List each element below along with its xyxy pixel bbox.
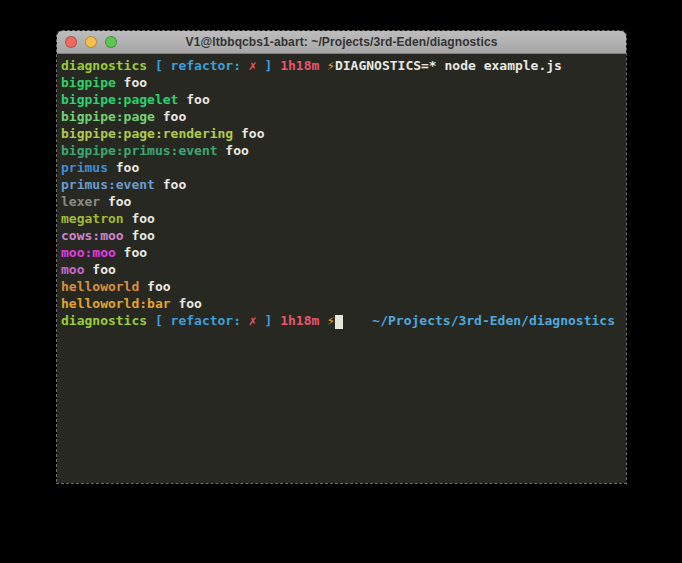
line-content: cows:moo foo [61, 227, 155, 244]
line-content: moo:moo foo [61, 244, 147, 261]
terminal-line: primus:event foo [61, 176, 615, 193]
terminal-line: moo foo [61, 261, 615, 278]
line-content: megatron foo [61, 210, 155, 227]
line-content: primus foo [61, 159, 139, 176]
debug-namespace: moo [61, 262, 84, 277]
debug-message: foo [124, 228, 155, 243]
debug-namespace: megatron [61, 211, 124, 226]
debug-message: foo [178, 92, 209, 107]
prompt-dirty-flag: ✗ [249, 313, 257, 328]
debug-message: foo [100, 194, 131, 209]
debug-namespace: bigpipe [61, 75, 116, 90]
debug-namespace: cows:moo [61, 228, 124, 243]
terminal-line: helloworld foo [61, 278, 615, 295]
debug-namespace: primus:event [61, 177, 155, 192]
debug-namespace: helloworld [61, 279, 139, 294]
terminal-window: V1@ltbbqcbs1-abart: ~/Projects/3rd-Eden/… [57, 31, 626, 483]
debug-namespace: helloworld:bar [61, 296, 171, 311]
terminal-line: bigpipe:page foo [61, 108, 615, 125]
line-content: primus:event foo [61, 176, 186, 193]
window-title: V1@ltbbqcbs1-abart: ~/Projects/3rd-Eden/… [57, 35, 626, 49]
traffic-lights [65, 31, 117, 53]
debug-namespace: bigpipe:page:rendering [61, 126, 233, 141]
prompt-project: diagnostics [61, 58, 147, 73]
line-content: helloworld foo [61, 278, 171, 295]
zoom-button[interactable] [105, 36, 117, 48]
debug-message: foo [108, 160, 139, 175]
debug-message: foo [124, 211, 155, 226]
text-cursor [335, 315, 343, 329]
terminal-line: bigpipe:page:rendering foo [61, 125, 615, 142]
debug-namespace: lexer [61, 194, 100, 209]
terminal-line: cows:moo foo [61, 227, 615, 244]
debug-namespace: bigpipe:pagelet [61, 92, 178, 107]
prompt-duration: 1h18m [272, 313, 319, 328]
prompt-branch: ] [257, 313, 273, 328]
debug-message: foo [155, 177, 186, 192]
terminal-screen[interactable]: diagnostics [ refactor: ✗ ] 1h18m ⚡DIAGN… [57, 54, 626, 483]
terminal-line: bigpipe:primus:event foo [61, 142, 615, 159]
line-content: helloworld:bar foo [61, 295, 202, 312]
terminal-line: diagnostics [ refactor: ✗ ] 1h18m ⚡~/Pro… [61, 312, 615, 329]
desktop-background: V1@ltbbqcbs1-abart: ~/Projects/3rd-Eden/… [0, 0, 682, 563]
lightning-icon: ⚡ [319, 58, 335, 73]
debug-message: foo [116, 75, 147, 90]
debug-namespace: bigpipe:page [61, 109, 155, 124]
prompt-branch: ] [257, 58, 273, 73]
debug-message: foo [233, 126, 264, 141]
lightning-icon: ⚡ [319, 313, 335, 328]
line-content: diagnostics [ refactor: ✗ ] 1h18m ⚡DIAGN… [61, 57, 562, 74]
line-content: bigpipe:pagelet foo [61, 91, 210, 108]
prompt-branch: [ refactor: [147, 313, 249, 328]
line-content: lexer foo [61, 193, 131, 210]
debug-message: foo [218, 143, 249, 158]
prompt-dirty-flag: ✗ [249, 58, 257, 73]
command-text: DIAGNOSTICS=* node example.js [335, 58, 562, 73]
terminal-line: bigpipe:pagelet foo [61, 91, 615, 108]
close-button[interactable] [65, 36, 77, 48]
terminal-line: helloworld:bar foo [61, 295, 615, 312]
minimize-button[interactable] [85, 36, 97, 48]
terminal-line: primus foo [61, 159, 615, 176]
line-content: bigpipe:primus:event foo [61, 142, 249, 159]
line-content: diagnostics [ refactor: ✗ ] 1h18m ⚡ [61, 312, 343, 329]
prompt-project: diagnostics [61, 313, 147, 328]
line-content: moo foo [61, 261, 116, 278]
line-content: bigpipe:page:rendering foo [61, 125, 265, 142]
debug-namespace: moo:moo [61, 245, 116, 260]
cwd-path: ~/Projects/3rd-Eden/diagnostics [372, 312, 615, 329]
debug-message: foo [116, 245, 147, 260]
terminal-line: diagnostics [ refactor: ✗ ] 1h18m ⚡DIAGN… [61, 57, 615, 74]
debug-message: foo [171, 296, 202, 311]
debug-namespace: primus [61, 160, 108, 175]
terminal-line: moo:moo foo [61, 244, 615, 261]
terminal-line: lexer foo [61, 193, 615, 210]
prompt-duration: 1h18m [272, 58, 319, 73]
line-content: bigpipe:page foo [61, 108, 186, 125]
debug-message: foo [139, 279, 170, 294]
window-titlebar[interactable]: V1@ltbbqcbs1-abart: ~/Projects/3rd-Eden/… [57, 31, 626, 54]
prompt-branch: [ refactor: [147, 58, 249, 73]
debug-message: foo [155, 109, 186, 124]
terminal-line: bigpipe foo [61, 74, 615, 91]
debug-message: foo [84, 262, 115, 277]
terminal-line: megatron foo [61, 210, 615, 227]
line-content: bigpipe foo [61, 74, 147, 91]
debug-namespace: bigpipe:primus:event [61, 143, 218, 158]
